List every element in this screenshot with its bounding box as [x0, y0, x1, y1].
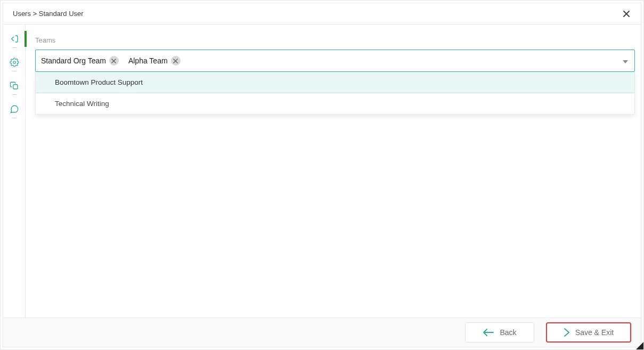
sidebar-divider [12, 71, 17, 71]
panel-header: Users > Standard User [3, 3, 641, 25]
sidebar-divider [12, 118, 17, 118]
sidebar-item-settings[interactable] [7, 55, 21, 69]
teams-dropdown: Boomtown Product Support Technical Writi… [35, 72, 635, 115]
breadcrumb: Users > Standard User [13, 10, 84, 18]
sidebar-item-login[interactable] [7, 32, 21, 46]
teams-option[interactable]: Technical Writing [36, 93, 634, 114]
chip-remove-icon[interactable] [171, 56, 181, 66]
sidebar [3, 25, 26, 318]
sidebar-divider [12, 94, 17, 95]
content-area: Teams Standard Org Team Alpha Team [26, 25, 641, 318]
save-exit-button-label: Save & Exit [575, 328, 614, 337]
teams-chip-label: Standard Org Team [41, 56, 106, 65]
teams-chip: Alpha Team [128, 56, 181, 66]
teams-option[interactable]: Boomtown Product Support [36, 72, 634, 93]
teams-option-label: Technical Writing [55, 100, 109, 108]
teams-option-label: Boomtown Product Support [55, 78, 143, 86]
chip-remove-icon[interactable] [109, 56, 119, 66]
teams-chip-label: Alpha Team [128, 56, 168, 65]
arrow-left-icon [483, 329, 494, 336]
teams-multiselect[interactable]: Standard Org Team Alpha Team [35, 50, 635, 72]
save-exit-button[interactable]: Save & Exit [546, 322, 631, 343]
breadcrumb-current: Standard User [39, 10, 84, 18]
outer-frame: Users > Standard User [0, 0, 644, 350]
teams-field-label: Teams [35, 36, 641, 44]
breadcrumb-root[interactable]: Users [13, 10, 31, 18]
svg-rect-1 [13, 85, 17, 89]
teams-chip: Standard Org Team [41, 56, 119, 66]
back-button[interactable]: Back [465, 322, 534, 343]
breadcrumb-separator: > [33, 10, 37, 18]
resize-handle-icon[interactable] [636, 342, 643, 349]
chevron-right-icon [564, 328, 570, 337]
back-button-label: Back [500, 328, 516, 337]
sidebar-divider [12, 47, 17, 48]
close-icon[interactable] [622, 9, 631, 19]
inner-frame: Users > Standard User [3, 3, 641, 347]
panel-body: Teams Standard Org Team Alpha Team [3, 25, 641, 318]
svg-point-0 [13, 61, 15, 64]
sidebar-item-copy[interactable] [7, 79, 21, 93]
panel-footer: Back Save & Exit [3, 318, 641, 347]
sidebar-item-chat[interactable] [7, 102, 21, 116]
dropdown-caret-icon[interactable] [623, 56, 628, 65]
